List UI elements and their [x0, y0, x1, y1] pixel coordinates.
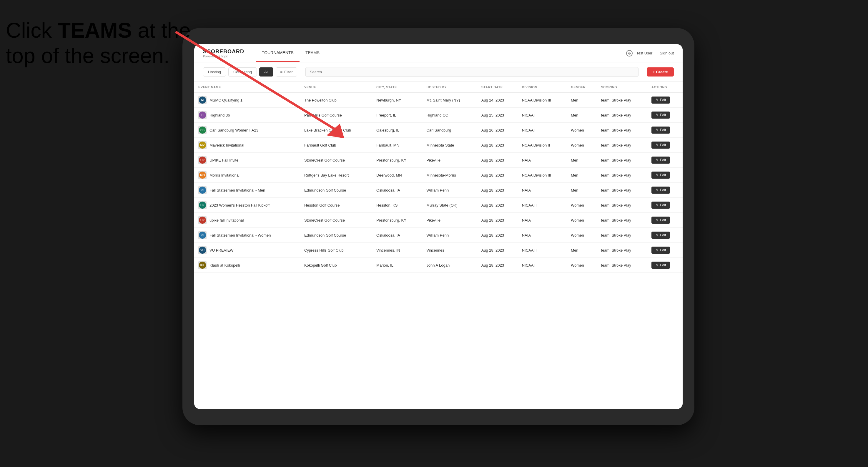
cell-scoring: team, Stroke Play: [597, 243, 647, 258]
table-row: FS Fall Statesmen Invitational - Men Edm…: [194, 183, 683, 198]
col-scoring: SCORING: [597, 82, 647, 93]
table-row: KK Klash at Kokopelli Kokopelli Golf Clu…: [194, 258, 683, 273]
event-name-text: Carl Sandburg Women FA23: [210, 128, 258, 132]
hosting-filter-btn[interactable]: Hosting: [203, 67, 226, 76]
cell-start-date: Aug 24, 2023: [477, 93, 518, 108]
cell-start-date: Aug 25, 2023: [477, 108, 518, 123]
table-container: EVENT NAME VENUE CITY, STATE HOSTED BY S…: [194, 82, 683, 409]
table-row: VU VU PREVIEW Cypress Hills Golf ClubVin…: [194, 243, 683, 258]
cell-division: NICAA II: [518, 243, 567, 258]
edit-label: Edit: [660, 218, 666, 222]
edit-icon: ✎: [656, 188, 658, 192]
cell-venue: Edmundson Golf Course: [300, 183, 372, 198]
edit-button[interactable]: ✎ Edit: [651, 142, 670, 149]
cell-city-state: Faribault, MN: [372, 138, 422, 153]
table-row: UP upike fall invitational StoneCrest Go…: [194, 213, 683, 228]
cell-gender: Women: [567, 138, 597, 153]
competing-filter-btn[interactable]: Competing: [228, 67, 257, 76]
cell-gender: Men: [567, 168, 597, 183]
cell-city-state: Deerwood, MN: [372, 168, 422, 183]
cell-venue: Cypress Hills Golf Club: [300, 243, 372, 258]
edit-button[interactable]: ✎ Edit: [651, 261, 670, 269]
event-name-text: upike fall invitational: [210, 218, 244, 222]
tab-tournaments[interactable]: TOURNAMENTS: [256, 44, 300, 62]
table-row: M MSMC Qualifying 1 The Powelton ClubNew…: [194, 93, 683, 108]
edit-label: Edit: [660, 128, 666, 132]
cell-city-state: Vincennes, IN: [372, 243, 422, 258]
team-logo: M: [198, 96, 207, 104]
filter-label: Filter: [284, 70, 293, 74]
sign-out-link[interactable]: Sign out: [660, 51, 674, 55]
cell-start-date: Aug 26, 2023: [477, 123, 518, 138]
edit-label: Edit: [660, 203, 666, 207]
table-row: H Highland 36 Park Hills Golf CourseFree…: [194, 108, 683, 123]
instruction-text: Click TEAMS at thetop of the screen.: [6, 18, 191, 68]
actions-cell: ✎ Edit: [647, 243, 683, 258]
logo-circle: FS: [199, 231, 206, 239]
edit-button[interactable]: ✎ Edit: [651, 247, 670, 254]
edit-button[interactable]: ✎ Edit: [651, 96, 670, 103]
edit-button[interactable]: ✎ Edit: [651, 231, 670, 239]
event-name-text: Fall Statesmen Invitational - Men: [210, 188, 265, 192]
nav-right: ⚙ Test User Sign out: [626, 50, 674, 57]
team-logo: FS: [198, 231, 207, 239]
logo-circle: H: [199, 112, 206, 119]
cell-venue: Edmundson Golf Course: [300, 228, 372, 243]
filter-icon-btn[interactable]: ≡ Filter: [276, 67, 297, 76]
logo-circle: CS: [199, 127, 206, 133]
edit-button[interactable]: ✎ Edit: [651, 172, 670, 179]
create-button[interactable]: + Create: [647, 67, 674, 76]
cell-start-date: Aug 28, 2023: [477, 183, 518, 198]
logo-circle: MV: [199, 142, 206, 149]
edit-icon: ✎: [656, 98, 658, 102]
edit-button[interactable]: ✎ Edit: [651, 127, 670, 133]
logo-circle: UP: [199, 217, 206, 224]
cell-hosted-by: Pikeville: [422, 213, 477, 228]
gear-icon[interactable]: ⚙: [626, 50, 632, 57]
cell-gender: Men: [567, 93, 597, 108]
cell-city-state: Oskaloosa, IA: [372, 228, 422, 243]
logo-circle: MO: [199, 172, 206, 179]
search-input[interactable]: [305, 67, 639, 77]
event-name-cell: FS Fall Statesmen Invitational - Women: [194, 228, 300, 243]
cell-division: NAIA: [518, 183, 567, 198]
cell-start-date: Aug 28, 2023: [477, 168, 518, 183]
edit-button[interactable]: ✎ Edit: [651, 157, 670, 164]
cell-hosted-by: William Penn: [422, 228, 477, 243]
table-row: UP UPIKE Fall Invite StoneCrest Golf Cou…: [194, 153, 683, 168]
all-filter-btn[interactable]: All: [259, 67, 273, 76]
edit-button[interactable]: ✎ Edit: [651, 187, 670, 194]
cell-city-state: Newburgh, NY: [372, 93, 422, 108]
edit-button[interactable]: ✎ Edit: [651, 112, 670, 119]
col-start-date: START DATE: [477, 82, 518, 93]
edit-icon: ✎: [656, 203, 658, 207]
cell-hosted-by: Murray State (OK): [422, 198, 477, 213]
col-division: DIVISION: [518, 82, 567, 93]
team-logo: UP: [198, 216, 207, 224]
edit-button[interactable]: ✎ Edit: [651, 217, 670, 224]
actions-cell: ✎ Edit: [647, 213, 683, 228]
edit-label: Edit: [660, 188, 666, 192]
edit-label: Edit: [660, 158, 666, 162]
table-row: CS Carl Sandburg Women FA23 Lake Bracken…: [194, 123, 683, 138]
logo-circle: M: [199, 96, 206, 103]
team-logo: FS: [198, 186, 207, 194]
cell-venue: StoneCrest Golf Course: [300, 153, 372, 168]
event-name-text: Morris Invitational: [210, 173, 240, 178]
edit-label: Edit: [660, 248, 666, 252]
edit-label: Edit: [660, 113, 666, 117]
cell-start-date: Aug 28, 2023: [477, 213, 518, 228]
cell-venue: Ruttger's Bay Lake Resort: [300, 168, 372, 183]
edit-icon: ✎: [656, 158, 658, 162]
edit-icon: ✎: [656, 218, 658, 222]
edit-button[interactable]: ✎ Edit: [651, 201, 670, 209]
event-name-cell: H Highland 36: [194, 108, 300, 123]
tab-teams[interactable]: TEAMS: [300, 44, 326, 62]
edit-label: Edit: [660, 143, 666, 147]
cell-scoring: team, Stroke Play: [597, 153, 647, 168]
cell-hosted-by: Mt. Saint Mary (NY): [422, 93, 477, 108]
team-logo: KK: [198, 261, 207, 269]
logo-circle: VU: [199, 247, 206, 254]
edit-icon: ✎: [656, 248, 658, 252]
cell-venue: Hesston Golf Course: [300, 198, 372, 213]
